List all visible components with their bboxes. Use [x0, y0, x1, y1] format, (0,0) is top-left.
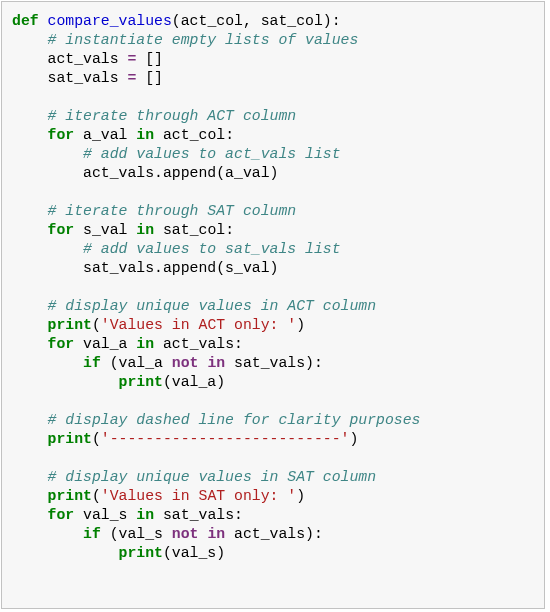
code-text: sat_vals):	[225, 355, 323, 371]
code-text: []	[136, 51, 163, 67]
code-text: (val_s	[101, 526, 172, 542]
keyword-print: print	[48, 431, 92, 447]
comment: # instantiate empty lists of values	[48, 32, 359, 48]
keyword-print: print	[119, 374, 163, 390]
keyword-if: if	[83, 355, 101, 371]
paren: )	[296, 317, 305, 333]
code-content: def compare_values(act_col, sat_col): # …	[12, 12, 534, 563]
code-text: sat_vals	[48, 70, 128, 86]
code-text: act_col:	[154, 127, 234, 143]
paren: (	[92, 431, 101, 447]
code-text: act_vals	[48, 51, 128, 67]
code-block: def compare_values(act_col, sat_col): # …	[1, 1, 545, 609]
code-text: []	[136, 70, 163, 86]
code-text: sat_vals:	[154, 507, 243, 523]
keyword-for: for	[48, 336, 75, 352]
code-text: val_s	[74, 507, 136, 523]
code-text: act_vals:	[154, 336, 243, 352]
code-text: a_val	[74, 127, 136, 143]
keyword-in: in	[136, 222, 154, 238]
keyword-for: for	[48, 507, 75, 523]
comment: # iterate through ACT column	[48, 108, 297, 124]
keyword-print: print	[119, 545, 163, 561]
comment: # iterate through SAT column	[48, 203, 297, 219]
function-params: (act_col, sat_col):	[172, 13, 341, 29]
code-text: (val_s)	[163, 545, 225, 561]
code-text: val_a	[74, 336, 136, 352]
keyword-def: def	[12, 13, 39, 29]
operator-eq: =	[127, 70, 136, 86]
keyword-print: print	[48, 317, 92, 333]
function-name: compare_values	[48, 13, 172, 29]
paren: )	[349, 431, 358, 447]
comment: # display unique values in SAT column	[48, 469, 377, 485]
code-text: act_vals):	[225, 526, 323, 542]
code-text: s_val	[74, 222, 136, 238]
keyword-if: if	[83, 526, 101, 542]
keyword-for: for	[48, 222, 75, 238]
operator-eq: =	[127, 51, 136, 67]
paren: (	[92, 317, 101, 333]
code-text: (val_a	[101, 355, 172, 371]
code-text: (val_a)	[163, 374, 225, 390]
keyword-in: in	[136, 507, 154, 523]
keyword-in: in	[136, 336, 154, 352]
code-text: sat_col:	[154, 222, 234, 238]
keyword-in: in	[136, 127, 154, 143]
operator-not-in: not in	[172, 526, 225, 542]
comment: # add values to act_vals list	[83, 146, 341, 162]
keyword-print: print	[48, 488, 92, 504]
paren: )	[296, 488, 305, 504]
string-literal: 'Values in SAT only: '	[101, 488, 296, 504]
paren: (	[92, 488, 101, 504]
string-literal: '--------------------------'	[101, 431, 350, 447]
keyword-for: for	[48, 127, 75, 143]
code-text: sat_vals.append(s_val)	[83, 260, 278, 276]
operator-not-in: not in	[172, 355, 225, 371]
code-text: act_vals.append(a_val)	[83, 165, 278, 181]
string-literal: 'Values in ACT only: '	[101, 317, 296, 333]
comment: # display unique values in ACT column	[48, 298, 377, 314]
comment: # add values to sat_vals list	[83, 241, 341, 257]
comment: # display dashed line for clarity purpos…	[48, 412, 421, 428]
